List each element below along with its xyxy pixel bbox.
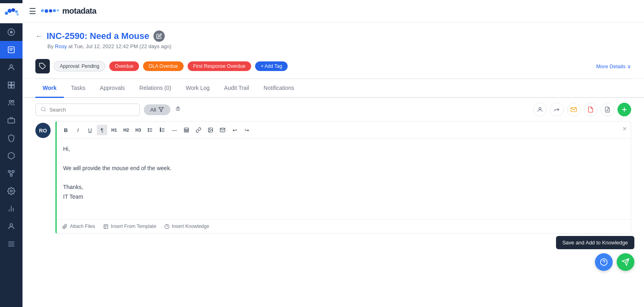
sidebar-item-security[interactable] [0, 129, 22, 147]
sidebar-item-assets[interactable] [0, 112, 22, 129]
ticket-author[interactable]: Rosy [55, 43, 67, 49]
svg-rect-9 [10, 50, 12, 51]
insert-template-button[interactable]: Insert From Template [103, 224, 156, 229]
hr-button[interactable]: — [169, 125, 180, 135]
svg-point-18 [8, 171, 10, 173]
forward-icon-button[interactable] [550, 103, 564, 116]
link-button[interactable] [193, 125, 204, 135]
ticket-title: INC-2590: Need a Mouse [47, 31, 149, 41]
add-reply-button[interactable] [617, 103, 631, 116]
sidebar [0, 0, 22, 307]
svg-rect-17 [8, 119, 15, 123]
tab-audit[interactable]: Audit Trail [217, 79, 256, 98]
title-row: ← INC-2590: Need a Mouse [35, 30, 631, 42]
search-icon [41, 106, 46, 113]
italic-button[interactable]: I [73, 125, 83, 135]
search-input[interactable] [49, 107, 135, 113]
email-icon-button[interactable] [567, 103, 581, 116]
redo-button[interactable]: ↪ [241, 125, 252, 135]
tag-first-response[interactable]: First Response Overdue [188, 61, 251, 71]
image-button[interactable] [205, 125, 216, 135]
editor-wrapper: RO B I U ¶ H1 H2 H3 [35, 121, 631, 234]
tab-approvals[interactable]: Approvals [93, 79, 132, 98]
ordered-list-button[interactable]: 1.2.3. [157, 125, 168, 135]
svg-point-36 [539, 108, 541, 110]
ticket-meta: By Rosy at Tue, Jul 12, 2022 12:42 PM (2… [47, 43, 631, 49]
content-line1: Hi, [63, 144, 624, 154]
tab-relations[interactable]: Relations (0) [132, 79, 178, 98]
content-line2: We will provide the mouse end of the wee… [63, 164, 624, 173]
insert-knowledge-button[interactable]: Insert Knowledge [164, 224, 209, 229]
edit-title-button[interactable] [153, 30, 165, 42]
svg-point-25 [10, 224, 13, 226]
search-box [35, 104, 140, 116]
svg-point-19 [12, 171, 14, 173]
sidebar-item-users[interactable] [0, 59, 22, 76]
svg-rect-12 [12, 82, 14, 85]
svg-point-20 [10, 175, 12, 177]
svg-point-46 [148, 131, 149, 132]
tab-notifications[interactable]: Notifications [256, 79, 301, 98]
save-knowledge-button[interactable] [595, 253, 613, 271]
sidebar-item-tickets[interactable] [0, 41, 22, 59]
filter-button[interactable]: All [144, 104, 170, 115]
svg-point-30 [41, 107, 45, 110]
svg-point-44 [148, 128, 149, 129]
reply-editor: B I U ¶ H1 H2 H3 1.2.3. — [55, 121, 631, 234]
svg-point-4 [16, 13, 19, 16]
sidebar-item-inventory[interactable] [0, 147, 22, 165]
svg-rect-14 [12, 85, 14, 88]
close-editor-button[interactable]: × [622, 125, 627, 133]
h3-button[interactable]: H3 [133, 125, 143, 135]
page-content: ← INC-2590: Need a Mouse By Rosy at Tue,… [22, 22, 644, 307]
sidebar-item-contacts[interactable] [0, 94, 22, 112]
action-icons [533, 103, 631, 116]
svg-rect-13 [8, 85, 11, 88]
bold-button[interactable]: B [61, 125, 71, 135]
add-tag-button[interactable]: + Add Tag [255, 61, 288, 71]
tab-tasks[interactable]: Tasks [64, 79, 93, 98]
tag-ola-overdue[interactable]: OLA Overdue [143, 61, 184, 71]
save-tooltip: Save and Add to Knowledge [556, 236, 634, 249]
sidebar-item-workflow[interactable] [0, 165, 22, 182]
undo-button[interactable]: ↩ [229, 125, 240, 135]
hamburger-button[interactable]: ☰ [29, 6, 36, 16]
attach-files-button[interactable]: Attach Files [62, 224, 95, 229]
main-content: ☰ motadata ← INC-2590 [22, 0, 644, 307]
sidebar-item-dashboard[interactable] [0, 23, 22, 41]
email-template-button[interactable] [217, 125, 228, 135]
sidebar-item-settings[interactable] [0, 182, 22, 200]
ticket-date: Tue, Jul 12, 2022 12:42 PM (22 days ago) [74, 43, 171, 49]
topnav: ☰ motadata [22, 0, 644, 22]
table-button[interactable] [181, 125, 192, 135]
tabs-bar: Work Tasks Approvals Relations (0) Work … [22, 79, 644, 98]
underline-button[interactable]: U [85, 125, 95, 135]
pdf-icon-button[interactable] [584, 103, 597, 116]
sidebar-item-reports[interactable] [0, 200, 22, 218]
content-line3: Thanks, [63, 183, 624, 192]
sidebar-item-menu[interactable] [0, 235, 22, 253]
tag-approval[interactable]: Approval: Pending [54, 61, 105, 71]
sidebar-item-profile[interactable] [0, 218, 22, 235]
tags-icon-button[interactable] [35, 59, 50, 73]
sidebar-item-grid[interactable] [0, 76, 22, 94]
logo: motadata [41, 6, 96, 16]
editor-content[interactable]: Hi, We will provide the mouse end of the… [57, 139, 631, 219]
svg-point-16 [12, 100, 14, 102]
bullet-list-button[interactable] [145, 125, 155, 135]
h2-button[interactable]: H2 [121, 125, 131, 135]
more-details-button[interactable]: More Details ∨ [596, 63, 631, 69]
sort-button[interactable] [174, 105, 182, 114]
back-button[interactable]: ← [35, 32, 43, 41]
tag-overdue[interactable]: Overdue [109, 61, 139, 71]
send-button[interactable] [617, 253, 634, 271]
tab-work[interactable]: Work [35, 79, 64, 98]
logo-area [0, 3, 22, 23]
h1-button[interactable]: H1 [109, 125, 119, 135]
svg-point-0 [5, 12, 8, 15]
logo-name: motadata [62, 6, 96, 16]
paragraph-button[interactable]: ¶ [97, 125, 107, 135]
note-icon-button[interactable] [601, 103, 614, 116]
assign-icon-button[interactable] [533, 103, 547, 116]
tab-worklog[interactable]: Work Log [178, 79, 217, 98]
